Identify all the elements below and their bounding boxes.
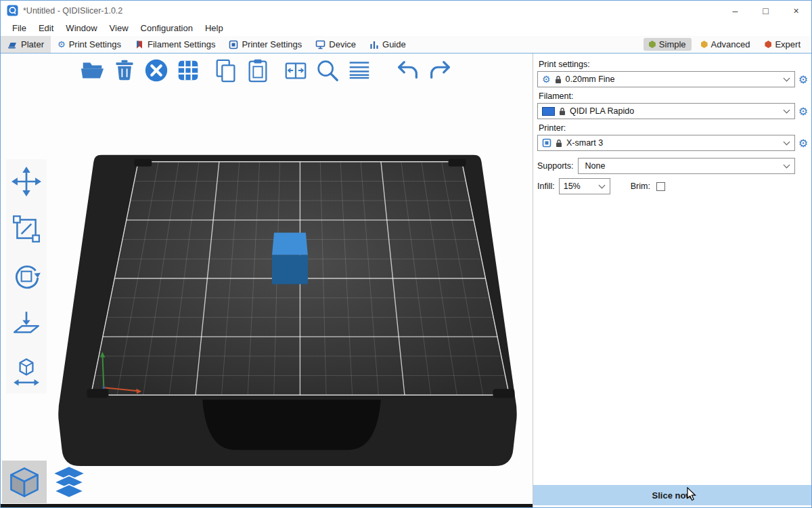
device-icon	[315, 40, 325, 49]
open-file-button[interactable]	[79, 57, 106, 84]
tab-label: Guide	[382, 39, 406, 49]
tab-guide[interactable]: Guide	[363, 36, 413, 53]
window-title: *Untitled - QIDISlicer-1.0.2	[23, 6, 122, 16]
supports-label: Supports:	[537, 161, 574, 171]
delete-all-button[interactable]	[143, 57, 170, 84]
menu-edit[interactable]: Edit	[32, 23, 60, 33]
guide-chart-icon	[369, 40, 379, 49]
print-settings-select[interactable]: ⚙ 0.20mm Fine	[537, 71, 795, 87]
maximize-button[interactable]: □	[750, 1, 781, 20]
tab-label: Plater	[21, 39, 44, 49]
3d-editor-view-button[interactable]	[2, 461, 47, 503]
bed-clip	[87, 389, 108, 398]
menubar: File Edit Window View Configuration Help	[1, 20, 811, 36]
bed-handle	[202, 400, 381, 450]
chevron-down-icon	[784, 107, 790, 114]
copy-button[interactable]	[212, 57, 240, 84]
menu-help[interactable]: Help	[199, 23, 229, 33]
filament-gear-button[interactable]: ⚙	[795, 105, 811, 118]
plater-icon	[7, 40, 18, 49]
chevron-down-icon	[784, 139, 790, 146]
mode-switcher: Simple Advanced Expert	[644, 36, 811, 53]
simple-mode-dot-icon	[649, 41, 656, 48]
tab-device[interactable]: Device	[309, 36, 363, 53]
chevron-down-icon	[784, 162, 790, 169]
3d-viewport[interactable]	[1, 54, 533, 507]
3d-scene[interactable]	[1, 54, 533, 507]
infill-label: Infill:	[537, 182, 555, 191]
printer-value: X-smart 3	[566, 138, 603, 148]
model-cube[interactable]	[272, 233, 308, 284]
mode-label: Expert	[775, 39, 800, 49]
redo-button[interactable]	[426, 57, 453, 84]
trash-icon	[112, 58, 137, 83]
menu-view[interactable]: View	[104, 23, 135, 33]
view-switcher	[2, 461, 91, 503]
arrange-button[interactable]	[175, 57, 202, 84]
print-settings-gear-button[interactable]: ⚙	[795, 73, 811, 86]
advanced-mode-dot-icon	[701, 41, 708, 48]
filament-select[interactable]: QIDI PLA Rapido	[537, 103, 795, 119]
scale-tool-button[interactable]	[9, 212, 43, 246]
supports-select[interactable]: None	[578, 158, 795, 174]
lock-icon	[555, 75, 562, 84]
mode-label: Simple	[659, 39, 686, 49]
titlebar: *Untitled - QIDISlicer-1.0.2 – □ ×	[1, 1, 811, 20]
tab-printer-settings[interactable]: Printer Settings	[222, 36, 309, 53]
tab-label: Device	[329, 39, 356, 49]
layers-preview-button[interactable]	[47, 461, 91, 503]
rotate-tool-button[interactable]	[9, 259, 43, 293]
scale-icon	[11, 213, 42, 245]
tab-print-settings[interactable]: ⚙ Print Settings	[51, 36, 128, 53]
paste-icon	[245, 58, 271, 83]
minimize-button[interactable]: –	[720, 1, 750, 20]
paste-button[interactable]	[244, 57, 271, 84]
search-button[interactable]	[314, 57, 341, 84]
3d-view-cube-icon	[8, 465, 41, 499]
layers-view-icon	[51, 465, 87, 499]
infill-value: 15%	[564, 182, 581, 191]
mode-advanced[interactable]: Advanced	[696, 38, 756, 51]
bed-clip	[449, 159, 466, 167]
move-icon	[11, 166, 42, 197]
tab-plater[interactable]: Plater	[1, 36, 51, 53]
layer-height-button[interactable]	[346, 57, 373, 84]
mode-expert[interactable]: Expert	[759, 38, 806, 51]
close-button[interactable]: ×	[781, 1, 811, 20]
menu-file[interactable]: File	[6, 23, 32, 33]
app-logo-icon	[7, 5, 18, 16]
window-controls: – □ ×	[720, 1, 811, 20]
printer-label: Printer:	[539, 123, 811, 133]
tabbar: Plater ⚙ Print Settings Filament Setting…	[1, 36, 811, 54]
print-settings-value: 0.20mm Fine	[566, 75, 615, 84]
brim-checkbox[interactable]	[656, 182, 665, 191]
main-area: Print settings: ⚙ 0.20mm Fine ⚙ Filament…	[1, 54, 811, 507]
viewport-bottom-strip	[1, 504, 533, 507]
place-on-face-tool-button[interactable]	[9, 307, 43, 341]
gear-icon: ⚙	[58, 39, 66, 49]
measure-tool-button[interactable]	[9, 354, 43, 388]
mode-simple[interactable]: Simple	[644, 38, 692, 51]
viewport-toolbar	[79, 57, 458, 84]
printer-gear-button[interactable]: ⚙	[795, 137, 811, 150]
copy-icon	[213, 58, 239, 83]
tab-filament-settings[interactable]: Filament Settings	[128, 36, 222, 53]
bed-clip	[493, 389, 515, 398]
filament-icon	[135, 40, 144, 49]
slice-now-button[interactable]: Slice now	[533, 485, 811, 505]
infill-select[interactable]: 15%	[559, 178, 610, 194]
menu-configuration[interactable]: Configuration	[135, 23, 199, 33]
menu-window[interactable]: Window	[60, 23, 103, 33]
undo-button[interactable]	[394, 57, 422, 84]
printer-select[interactable]: X-smart 3	[537, 135, 795, 151]
printer-icon	[542, 138, 551, 148]
chevron-down-icon	[598, 182, 605, 189]
mouse-cursor	[687, 487, 696, 501]
folder-open-icon	[80, 58, 106, 83]
split-button[interactable]	[282, 57, 309, 84]
undo-icon	[395, 58, 421, 83]
chevron-down-icon	[784, 75, 790, 82]
move-tool-button[interactable]	[9, 165, 43, 198]
redo-icon	[427, 58, 453, 83]
delete-button[interactable]	[111, 57, 138, 84]
